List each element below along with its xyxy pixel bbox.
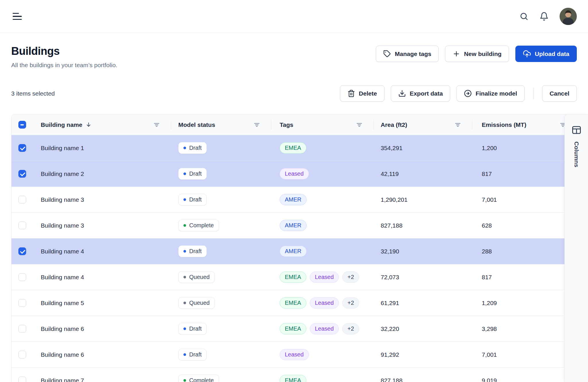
row-checkbox[interactable] bbox=[18, 325, 26, 333]
status-dot-icon bbox=[183, 250, 186, 253]
status-label: Draft bbox=[189, 351, 202, 358]
upload-cloud-icon bbox=[523, 50, 531, 58]
tag-amer: AMER bbox=[280, 194, 307, 205]
table-row[interactable]: Building name 1 Draft EMEA 354,291 1,200 bbox=[11, 135, 577, 161]
new-building-button[interactable]: New building bbox=[445, 46, 509, 62]
finalize-model-button[interactable]: Finalize model bbox=[457, 85, 525, 102]
top-navigation-bar bbox=[0, 0, 588, 33]
filter-icon[interactable] bbox=[253, 121, 261, 129]
building-name: Building name 6 bbox=[41, 325, 84, 332]
tags-cell: Leased bbox=[271, 161, 374, 187]
columns-panel-toggle[interactable]: Columns bbox=[564, 114, 588, 382]
building-name: Building name 4 bbox=[41, 274, 84, 281]
selection-count: 3 items selected bbox=[11, 90, 55, 97]
status-label: Queued bbox=[189, 300, 210, 306]
export-data-button[interactable]: Export data bbox=[391, 85, 450, 102]
tag-emea: EMEA bbox=[280, 272, 306, 283]
download-icon bbox=[398, 90, 406, 97]
area-value: 827,188 bbox=[381, 377, 403, 382]
manage-tags-button[interactable]: Manage tags bbox=[376, 46, 439, 62]
table-row[interactable]: Building name 5 Queued EMEALeased+2 61,2… bbox=[11, 290, 577, 316]
status-dot-icon bbox=[183, 353, 186, 356]
tag-more: +2 bbox=[342, 323, 359, 334]
tag-leased: Leased bbox=[310, 297, 339, 309]
status-dot-icon bbox=[183, 198, 186, 201]
table-row[interactable]: Building name 3 Complete AMER 827,188 62… bbox=[11, 213, 577, 238]
column-header-area[interactable]: Area (ft2) bbox=[381, 121, 407, 128]
column-header-tags[interactable]: Tags bbox=[280, 121, 293, 128]
status-dot-icon bbox=[183, 379, 186, 382]
emissions-value: 1,200 bbox=[482, 145, 497, 152]
tag-emea: EMEA bbox=[280, 297, 306, 309]
building-name: Building name 7 bbox=[41, 377, 84, 382]
row-checkbox[interactable] bbox=[18, 299, 26, 307]
filter-icon[interactable] bbox=[454, 121, 462, 129]
row-checkbox[interactable] bbox=[18, 377, 26, 382]
table-row[interactable]: Building name 4 Draft AMER 32,190 288 bbox=[11, 238, 577, 264]
status-dot-icon bbox=[183, 276, 186, 278]
cancel-label: Cancel bbox=[550, 90, 569, 97]
search-icon[interactable] bbox=[519, 12, 529, 21]
filter-icon[interactable] bbox=[355, 121, 363, 129]
row-checkbox[interactable] bbox=[18, 144, 26, 152]
select-all-checkbox[interactable] bbox=[18, 121, 26, 129]
area-value: 827,188 bbox=[381, 222, 403, 229]
tags-cell: AMER bbox=[271, 187, 374, 212]
status-badge: Complete bbox=[178, 220, 219, 231]
area-value: 32,190 bbox=[381, 248, 399, 255]
table-row[interactable]: Building name 2 Draft Leased 42,119 817 bbox=[11, 161, 577, 187]
emissions-value: 7,001 bbox=[482, 351, 497, 358]
table-row[interactable]: Building name 6 Draft EMEALeased+2 32,22… bbox=[11, 316, 577, 342]
table-row[interactable]: Building name 4 Queued EMEALeased+2 72,0… bbox=[11, 264, 577, 290]
manage-tags-label: Manage tags bbox=[395, 51, 431, 57]
column-header-model-status[interactable]: Model status bbox=[178, 121, 215, 128]
tags-cell: EMEALeased+2 bbox=[271, 316, 374, 342]
emissions-value: 817 bbox=[482, 274, 492, 281]
building-name: Building name 3 bbox=[41, 196, 84, 203]
row-checkbox[interactable] bbox=[18, 351, 26, 358]
status-label: Draft bbox=[189, 325, 202, 332]
row-checkbox[interactable] bbox=[18, 273, 26, 281]
table-row[interactable]: Building name 6 Draft Leased 91,292 7,00… bbox=[11, 342, 577, 368]
page-header: Buildings All the buildings in your team… bbox=[11, 45, 577, 69]
row-checkbox[interactable] bbox=[18, 222, 26, 229]
tags-cell: EMEA bbox=[271, 135, 374, 161]
new-building-label: New building bbox=[464, 51, 502, 57]
delete-button[interactable]: Delete bbox=[340, 85, 384, 102]
tags-cell: AMER bbox=[271, 238, 374, 264]
area-value: 72,073 bbox=[381, 274, 399, 281]
cancel-button[interactable]: Cancel bbox=[542, 85, 577, 102]
emissions-value: 1,209 bbox=[482, 300, 497, 307]
filter-icon[interactable] bbox=[153, 121, 160, 129]
upload-data-button[interactable]: Upload data bbox=[515, 46, 577, 62]
user-avatar[interactable] bbox=[560, 8, 577, 25]
row-checkbox[interactable] bbox=[18, 196, 26, 203]
column-header-building-name[interactable]: Building name bbox=[41, 121, 82, 128]
status-label: Complete bbox=[189, 377, 214, 382]
emissions-value: 817 bbox=[482, 170, 492, 177]
bell-icon[interactable] bbox=[539, 12, 549, 21]
building-name: Building name 4 bbox=[41, 248, 84, 255]
row-checkbox[interactable] bbox=[18, 170, 26, 178]
status-label: Queued bbox=[189, 274, 210, 280]
tag-emea: EMEA bbox=[280, 323, 306, 334]
status-label: Complete bbox=[189, 222, 214, 229]
column-header-emissions[interactable]: Emissions (MT) bbox=[482, 121, 526, 128]
table-row[interactable]: Building name 7 Complete EMEA 827,188 9,… bbox=[11, 368, 577, 382]
status-badge: Complete bbox=[178, 375, 219, 382]
plus-icon bbox=[452, 50, 460, 58]
menu-icon[interactable] bbox=[13, 13, 22, 20]
tag-leased: Leased bbox=[280, 168, 309, 179]
table-row[interactable]: Building name 3 Draft AMER 1,290,201 7,0… bbox=[11, 187, 577, 213]
building-name: Building name 1 bbox=[41, 145, 84, 152]
arrow-right-circle-icon bbox=[464, 90, 472, 97]
sort-desc-icon[interactable] bbox=[85, 121, 92, 128]
export-data-label: Export data bbox=[410, 90, 443, 97]
status-badge: Draft bbox=[178, 349, 207, 360]
selection-bar: 3 items selected Delete Export data Fina… bbox=[11, 85, 577, 102]
row-checkbox[interactable] bbox=[18, 247, 26, 255]
building-name: Building name 5 bbox=[41, 300, 84, 307]
status-label: Draft bbox=[189, 145, 202, 151]
status-label: Draft bbox=[189, 196, 202, 203]
tag-leased: Leased bbox=[280, 349, 309, 360]
